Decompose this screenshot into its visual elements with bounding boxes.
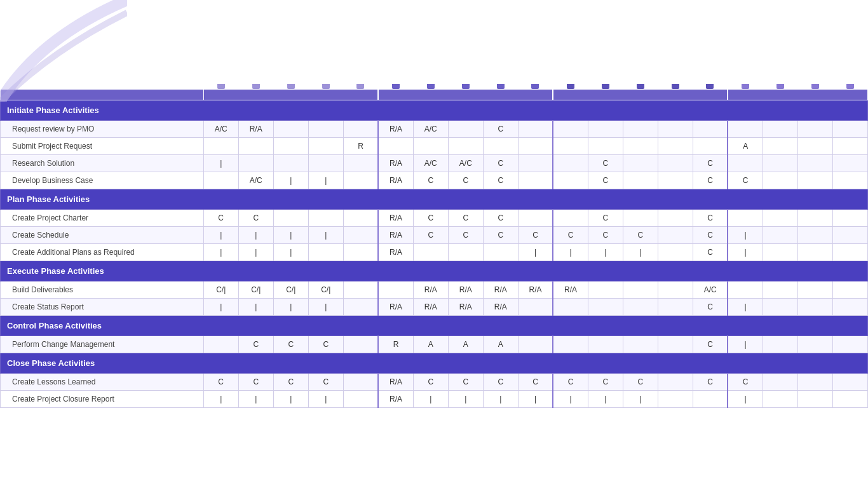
raci-cell: [763, 120, 797, 137]
role-developer: [553, 0, 588, 89]
raci-cell: |: [308, 298, 343, 315]
raci-cell: C: [483, 209, 518, 226]
phase-label: Control Phase Activities: [1, 315, 868, 336]
raci-cell: |: [588, 243, 623, 261]
raci-cell: C: [623, 373, 658, 390]
raci-cell: [518, 336, 553, 353]
raci-cell: C: [273, 336, 308, 353]
raci-cell: [343, 172, 378, 189]
raci-cell: [832, 172, 867, 189]
raci-cell: [518, 172, 553, 189]
raci-cell: C: [203, 373, 238, 390]
raci-cell: C/|: [273, 281, 308, 298]
raci-cell: |: [308, 172, 343, 189]
role-pmo: [763, 0, 797, 89]
phase-row: Control Phase Activities: [1, 315, 868, 336]
table-row: Create Project CharterCCR/ACCCCC: [1, 209, 868, 226]
raci-cell: C: [483, 373, 518, 390]
raci-cell: C: [588, 172, 623, 189]
raci-cell: |: [203, 243, 238, 261]
raci-cell: C: [693, 154, 728, 172]
table-row: Build DeliverablesC/|C/|C/|C/|R/AR/AR/AR…: [1, 281, 868, 298]
raci-cell: [273, 137, 308, 154]
raci-cell: [553, 209, 588, 226]
table-row: Create Project Closure Report||||R/A||||…: [1, 390, 868, 407]
role-steering-committee: [273, 0, 308, 89]
activity-name: Research Solution: [1, 154, 204, 172]
role-executive-sponsor: [203, 0, 238, 89]
raci-cell: R/A: [413, 298, 448, 315]
raci-cell: C: [693, 298, 728, 315]
phase-row: Close Phase Activities: [1, 353, 868, 373]
raci-cell: [832, 298, 867, 315]
raci-cell: C: [693, 336, 728, 353]
raci-cell: A/C: [238, 172, 273, 189]
group-external-resources: [728, 89, 867, 100]
raci-cell: [273, 120, 308, 137]
raci-cell: [797, 137, 832, 154]
table-row: Create Status Report||||R/AR/AR/AR/AC|: [1, 298, 868, 315]
raci-cell: [623, 137, 658, 154]
raci-cell: [693, 390, 728, 407]
raci-cell: [238, 137, 273, 154]
role-sme: [483, 0, 518, 89]
raci-cell: C: [413, 172, 448, 189]
raci-cell: [343, 243, 378, 261]
raci-cell: [553, 154, 588, 172]
raci-cell: C: [518, 226, 553, 243]
raci-cell: [308, 137, 343, 154]
activity-name: Create Status Report: [1, 298, 204, 315]
raci-cell: [308, 154, 343, 172]
role-3: [797, 0, 832, 89]
raci-cell: [763, 336, 797, 353]
raci-cell: C: [728, 373, 763, 390]
raci-cell: [553, 137, 588, 154]
raci-cell: [273, 209, 308, 226]
raci-cell: C: [728, 172, 763, 189]
raci-cell: [483, 137, 518, 154]
activity-name: Request review by PMO: [1, 120, 204, 137]
raci-cell: A: [413, 336, 448, 353]
raci-cell: C: [238, 373, 273, 390]
raci-cell: |: [308, 390, 343, 407]
raci-cell: [658, 172, 693, 189]
raci-cell: C: [413, 226, 448, 243]
raci-cell: |: [238, 390, 273, 407]
raci-cell: C: [588, 373, 623, 390]
raci-cell: C: [693, 226, 728, 243]
raci-cell: C: [483, 154, 518, 172]
role-5b: [693, 0, 728, 89]
raci-cell: [797, 154, 832, 172]
raci-cell: [763, 298, 797, 315]
raci-cell: R/A: [238, 120, 273, 137]
raci-cell: |: [518, 243, 553, 261]
raci-cell: [728, 120, 763, 137]
raci-cell: [763, 137, 797, 154]
phase-label: Plan Phase Activities: [1, 189, 868, 209]
raci-cell: C: [518, 373, 553, 390]
raci-cell: [797, 209, 832, 226]
raci-cell: [728, 281, 763, 298]
raci-cell: [343, 298, 378, 315]
raci-cell: [728, 209, 763, 226]
raci-cell: [623, 172, 658, 189]
raci-cell: [763, 281, 797, 298]
raci-cell: C: [238, 336, 273, 353]
raci-cell: [378, 281, 413, 298]
raci-cell: |: [553, 390, 588, 407]
phase-row: Execute Phase Activities: [1, 261, 868, 281]
activity-name: Submit Project Request: [1, 137, 204, 154]
raci-cell: [308, 120, 343, 137]
raci-cell: [553, 120, 588, 137]
raci-cell: A: [448, 336, 483, 353]
raci-cell: |: [273, 226, 308, 243]
raci-cell: [797, 336, 832, 353]
raci-cell: [658, 281, 693, 298]
raci-cell: [518, 298, 553, 315]
table-row: Perform Change ManagementCCCRAAAC|: [1, 336, 868, 353]
raci-cell: [343, 226, 378, 243]
raci-cell: C: [273, 373, 308, 390]
raci-cell: C: [448, 373, 483, 390]
raci-cell: C: [413, 209, 448, 226]
group-project-team-2: [553, 89, 728, 100]
